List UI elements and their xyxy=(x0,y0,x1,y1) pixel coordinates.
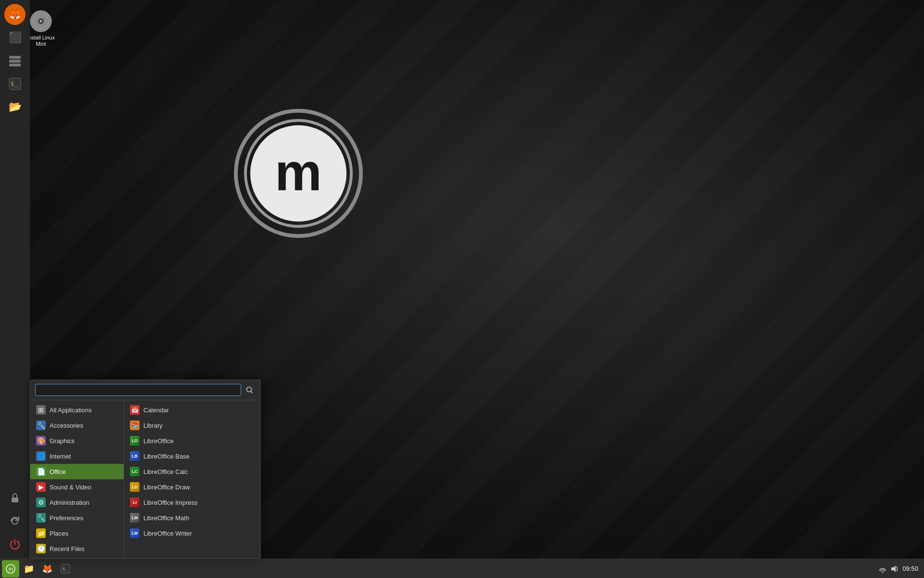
taskbar-mint-menu[interactable]: m xyxy=(2,560,19,578)
svg-point-20 xyxy=(882,571,884,573)
svg-text:m: m xyxy=(8,566,13,572)
svg-rect-9 xyxy=(9,60,21,63)
recent-files-label: Recent Files xyxy=(50,545,84,552)
taskbar: m 📁 🦊 $_ xyxy=(0,559,924,578)
search-bar xyxy=(30,380,260,400)
taskbar-right: 09:50 xyxy=(878,565,924,573)
app-libreoffice-math[interactable]: LM LibreOffice Math xyxy=(124,510,260,525)
libreoffice-draw-label: LibreOffice Draw xyxy=(143,484,190,491)
category-recent-files[interactable]: 🕐 Recent Files xyxy=(30,541,124,556)
search-input[interactable] xyxy=(35,384,241,396)
app-menu: ⊞ All Applications 🔧 Accessories 🎨 Graph… xyxy=(30,380,261,559)
menu-apps: 📅 Calendar 📚 Library LO LibreOffice LB L… xyxy=(124,400,260,558)
category-sound-video[interactable]: ▶ Sound & Video xyxy=(30,479,124,495)
svg-marker-21 xyxy=(891,565,896,572)
app-calendar[interactable]: 📅 Calendar xyxy=(124,402,260,418)
taskbar-terminal[interactable]: $_ xyxy=(57,560,74,578)
libreoffice-calc-icon: LC xyxy=(130,467,140,476)
app-libreoffice-calc[interactable]: LC LibreOffice Calc xyxy=(124,464,260,479)
internet-label: Internet xyxy=(50,453,71,460)
app-libreoffice-draw[interactable]: LD LibreOffice Draw xyxy=(124,479,260,495)
calendar-icon: 📅 xyxy=(130,405,140,415)
libreoffice-base-icon: LB xyxy=(130,451,140,461)
administration-icon: ⚙ xyxy=(36,498,46,507)
places-icon: 📁 xyxy=(36,528,46,538)
svg-rect-10 xyxy=(9,64,21,66)
category-internet[interactable]: 🌐 Internet xyxy=(30,448,124,464)
app-libreoffice[interactable]: LO LibreOffice xyxy=(124,433,260,448)
accessories-label: Accessories xyxy=(50,422,83,429)
svg-text:m: m xyxy=(275,142,322,201)
mint-logo: m xyxy=(231,106,366,241)
libreoffice-writer-label: LibreOffice Writer xyxy=(143,530,192,537)
svg-point-6 xyxy=(40,20,42,22)
panel-power[interactable] xyxy=(4,534,26,555)
left-panel: 🦊 ⬛ $_ 📂 xyxy=(0,0,30,559)
category-administration[interactable]: ⚙ Administration xyxy=(30,495,124,510)
libreoffice-draw-icon: LD xyxy=(130,482,140,492)
app-libreoffice-impress[interactable]: LI LibreOffice Impress xyxy=(124,495,260,510)
sound-video-label: Sound & Video xyxy=(50,484,91,491)
svg-rect-8 xyxy=(9,56,21,59)
libreoffice-math-label: LibreOffice Math xyxy=(143,514,189,522)
svg-point-14 xyxy=(247,387,252,392)
libreoffice-label: LibreOffice xyxy=(143,437,174,445)
taskbar-firefox[interactable]: 🦊 xyxy=(38,560,56,578)
office-label: Office xyxy=(50,468,66,475)
menu-content: ⊞ All Applications 🔧 Accessories 🎨 Graph… xyxy=(30,400,260,558)
libreoffice-impress-label: LibreOffice Impress xyxy=(143,499,197,506)
svg-line-15 xyxy=(251,391,253,393)
libreoffice-writer-icon: LW xyxy=(130,528,140,538)
panel-firefox[interactable]: 🦊 xyxy=(4,4,26,25)
preferences-icon: 🔧 xyxy=(36,513,46,523)
library-label: Library xyxy=(143,422,163,429)
panel-folder[interactable]: 📂 xyxy=(4,96,26,118)
taskbar-time: 09:50 xyxy=(902,565,918,572)
panel-lock[interactable] xyxy=(4,487,26,509)
taskbar-files[interactable]: 📁 xyxy=(20,560,38,578)
category-places[interactable]: 📁 Places xyxy=(30,525,124,541)
category-graphics[interactable]: 🎨 Graphics xyxy=(30,433,124,448)
libreoffice-math-icon: LM xyxy=(130,513,140,523)
volume-icon xyxy=(890,565,898,573)
svg-text:$_: $_ xyxy=(11,80,18,87)
app-library[interactable]: 📚 Library xyxy=(124,418,260,433)
graphics-label: Graphics xyxy=(50,437,75,445)
sound-video-icon: ▶ xyxy=(36,482,46,492)
graphics-icon: 🎨 xyxy=(36,436,46,446)
svg-rect-13 xyxy=(12,498,18,502)
libreoffice-impress-icon: LI xyxy=(130,498,140,507)
calendar-label: Calendar xyxy=(143,407,169,414)
panel-stack[interactable] xyxy=(4,50,26,71)
category-accessories[interactable]: 🔧 Accessories xyxy=(30,418,124,433)
taskbar-left: m 📁 🦊 $_ xyxy=(0,560,74,578)
panel-files[interactable]: ⬛ xyxy=(4,27,26,48)
all-applications-label: All Applications xyxy=(50,407,91,414)
search-button[interactable] xyxy=(244,384,256,396)
app-libreoffice-base[interactable]: LB LibreOffice Base xyxy=(124,448,260,464)
all-applications-icon: ⊞ xyxy=(36,405,46,415)
category-office[interactable]: 📄 Office xyxy=(30,464,124,479)
network-icon xyxy=(878,565,887,573)
category-all-applications[interactable]: ⊞ All Applications xyxy=(30,402,124,418)
libreoffice-base-label: LibreOffice Base xyxy=(143,453,190,460)
category-preferences[interactable]: 🔧 Preferences xyxy=(30,510,124,525)
libreoffice-icon: LO xyxy=(130,436,140,446)
svg-text:$_: $_ xyxy=(63,566,68,571)
office-icon: 📄 xyxy=(36,467,46,476)
accessories-icon: 🔧 xyxy=(36,420,46,430)
install-icon-image xyxy=(29,10,52,33)
internet-icon: 🌐 xyxy=(36,451,46,461)
preferences-label: Preferences xyxy=(50,514,83,522)
menu-categories: ⊞ All Applications 🔧 Accessories 🎨 Graph… xyxy=(30,400,124,558)
system-icons xyxy=(878,565,898,573)
app-libreoffice-writer[interactable]: LW LibreOffice Writer xyxy=(124,525,260,541)
desktop: m Install Linux Mint 🦊 ⬛ xyxy=(0,0,924,578)
library-icon: 📚 xyxy=(130,420,140,430)
administration-label: Administration xyxy=(50,499,89,506)
panel-refresh[interactable] xyxy=(4,511,26,532)
places-label: Places xyxy=(50,530,68,537)
libreoffice-calc-label: LibreOffice Calc xyxy=(143,468,188,475)
recent-files-icon: 🕐 xyxy=(36,544,46,553)
panel-terminal[interactable]: $_ xyxy=(4,73,26,94)
